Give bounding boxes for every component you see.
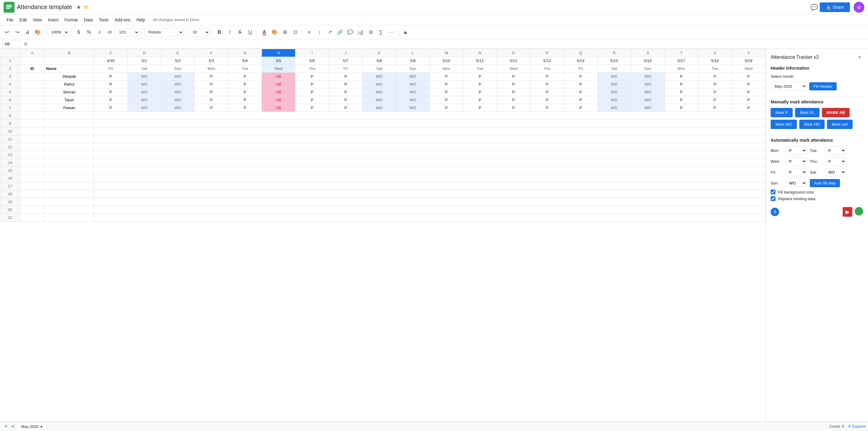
- cell-Q7[interactable]: P: [564, 104, 597, 112]
- play-button[interactable]: ▶: [843, 207, 852, 217]
- cell-D1[interactable]: 5/1: [127, 57, 161, 65]
- cell-G7[interactable]: P: [228, 104, 261, 112]
- cell-L7[interactable]: WO: [396, 104, 430, 112]
- print-button[interactable]: 🖨: [23, 28, 32, 37]
- cell-O5[interactable]: P: [497, 88, 530, 96]
- cell-D3[interactable]: WO: [127, 73, 161, 81]
- cell-Q3[interactable]: P: [564, 73, 597, 81]
- cell-H4[interactable]: AB: [262, 81, 296, 88]
- cell-R3[interactable]: WO: [597, 73, 631, 81]
- function-button[interactable]: ∑: [376, 28, 385, 37]
- mark-pl-button[interactable]: Mark PL: [795, 108, 819, 117]
- menu-view[interactable]: View: [30, 16, 45, 24]
- cell-T4[interactable]: P: [664, 81, 698, 88]
- cell-C7[interactable]: P: [94, 104, 127, 112]
- cell-B3[interactable]: Deepak: [44, 73, 94, 81]
- cell-P7[interactable]: P: [530, 104, 564, 112]
- cell-H3[interactable]: AB: [262, 73, 296, 81]
- cell-G4[interactable]: P: [228, 81, 261, 88]
- panel-close-button[interactable]: ×: [856, 54, 863, 61]
- cell-F1[interactable]: 5/3: [195, 57, 228, 65]
- col-header-L[interactable]: L: [396, 49, 430, 57]
- wed-select[interactable]: PWOHOAB: [786, 157, 807, 165]
- cell-E4[interactable]: WO: [161, 81, 194, 88]
- fill-header-button[interactable]: Fill Header: [809, 82, 837, 90]
- cell-D2[interactable]: Sat: [127, 65, 161, 73]
- star-icon[interactable]: ★: [76, 4, 81, 10]
- undo-button[interactable]: ↩: [2, 28, 11, 37]
- cell-M2[interactable]: Mon: [430, 65, 463, 73]
- cell-D7[interactable]: WO: [127, 104, 161, 112]
- link-button[interactable]: 🔗: [336, 28, 344, 37]
- cell-V2[interactable]: Wed: [732, 65, 766, 73]
- sat-select[interactable]: WOPHOAB: [825, 168, 846, 176]
- cell-P2[interactable]: Thu: [530, 65, 564, 73]
- replace-data-checkbox[interactable]: [771, 196, 775, 201]
- cell-N4[interactable]: P: [463, 81, 497, 88]
- cell-S6[interactable]: WO: [631, 96, 664, 104]
- menu-addons[interactable]: Add-ons: [112, 16, 133, 24]
- font-size-select[interactable]: 10 11 12 14: [189, 28, 210, 36]
- menu-help[interactable]: Help: [133, 16, 148, 24]
- cell-N7[interactable]: P: [463, 104, 497, 112]
- decimal-decrease-button[interactable]: .0: [95, 28, 104, 37]
- cell-T1[interactable]: 5/17: [664, 57, 698, 65]
- cell-C3[interactable]: P: [94, 73, 127, 81]
- col-header-D[interactable]: D: [127, 49, 161, 57]
- fri-select[interactable]: PWOHOAB: [786, 168, 807, 176]
- cell-E7[interactable]: WO: [161, 104, 194, 112]
- cell-D4[interactable]: WO: [127, 81, 161, 88]
- cell-D6[interactable]: WO: [127, 96, 161, 104]
- green-dot-button[interactable]: [855, 207, 863, 216]
- cell-C2[interactable]: Fri: [94, 65, 127, 73]
- cell-G3[interactable]: P: [228, 73, 261, 81]
- cell-Q6[interactable]: P: [564, 96, 597, 104]
- cell-S2[interactable]: Sun: [631, 65, 664, 73]
- cell-B2[interactable]: Name: [44, 65, 94, 73]
- cell-E1[interactable]: 5/2: [161, 57, 194, 65]
- cell-M4[interactable]: P: [430, 81, 463, 88]
- currency-button[interactable]: $: [74, 28, 83, 37]
- col-header-N[interactable]: N: [463, 49, 497, 57]
- cell-U4[interactable]: P: [698, 81, 732, 88]
- sun-select[interactable]: WOPHOAB: [786, 179, 807, 187]
- cell-J3[interactable]: P: [329, 73, 362, 81]
- cell-V6[interactable]: P: [732, 96, 766, 104]
- decimal-increase-button[interactable]: .00: [105, 28, 114, 37]
- cell-A4[interactable]: [20, 81, 44, 88]
- cell-I2[interactable]: Thu: [296, 65, 329, 73]
- cell-R4[interactable]: WO: [597, 81, 631, 88]
- col-header-A[interactable]: A: [20, 49, 44, 57]
- cell-T6[interactable]: P: [664, 96, 698, 104]
- cell-M7[interactable]: P: [430, 104, 463, 112]
- cell-G1[interactable]: 5/4: [228, 57, 261, 65]
- cell-H7[interactable]: AB: [262, 104, 296, 112]
- comments-icon[interactable]: 💬: [809, 2, 820, 13]
- menu-format[interactable]: Format: [61, 16, 81, 24]
- cell-D5[interactable]: WO: [127, 88, 161, 96]
- cell-M1[interactable]: 5/10: [430, 57, 463, 65]
- cell-Q2[interactable]: Fri: [564, 65, 597, 73]
- format-number-select[interactable]: 123: [115, 28, 139, 36]
- cell-A1[interactable]: [20, 57, 44, 65]
- cell-S7[interactable]: WO: [631, 104, 664, 112]
- cell-T3[interactable]: P: [664, 73, 698, 81]
- cell-T5[interactable]: P: [664, 88, 698, 96]
- cell-S5[interactable]: WO: [631, 88, 664, 96]
- cell-I5[interactable]: P: [296, 88, 329, 96]
- menu-insert[interactable]: Insert: [45, 16, 61, 24]
- cell-F6[interactable]: P: [195, 96, 228, 104]
- cell-M3[interactable]: P: [430, 73, 463, 81]
- cell-I6[interactable]: P: [296, 96, 329, 104]
- fill-bg-checkbox[interactable]: [771, 190, 775, 194]
- cell-M6[interactable]: P: [430, 96, 463, 104]
- cell-T7[interactable]: P: [664, 104, 698, 112]
- cell-Q4[interactable]: P: [564, 81, 597, 88]
- cell-K5[interactable]: WO: [363, 88, 396, 96]
- mon-select[interactable]: PWOHOAB: [786, 146, 807, 155]
- mark-p-button[interactable]: Mark P: [771, 108, 793, 117]
- add-sheet-button[interactable]: +: [2, 423, 10, 430]
- cell-K1[interactable]: 5/8: [363, 57, 396, 65]
- redo-button[interactable]: ↪: [13, 28, 22, 37]
- cell-V5[interactable]: P: [732, 88, 766, 96]
